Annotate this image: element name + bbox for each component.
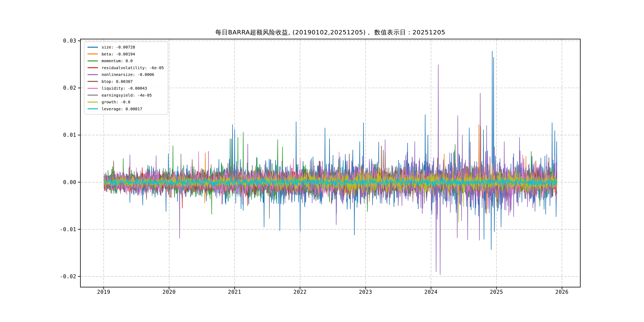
x-tick-label: 2019: [90, 289, 118, 295]
legend-swatch-residualvolatility: [88, 67, 98, 68]
legend-row-beta: beta: -0.00194: [88, 51, 164, 58]
figure: 每日BARRA超额风险收益, (20190102,20251205)， 数值表示…: [0, 0, 644, 322]
legend-row-btop: btop: 0.00307: [88, 78, 164, 85]
y-tick-label: 0.01: [52, 132, 76, 138]
y-tick-mark: [78, 229, 80, 230]
plot-area: size: -0.00728beta: -0.00194momentum: 0.…: [80, 39, 580, 288]
legend-label-growth: growth: -0.0: [102, 100, 130, 104]
y-tick-label: -0.02: [52, 274, 76, 280]
legend-row-residualvolatility: residualvolatility: -6e-05: [88, 64, 164, 71]
legend-swatch-earningsyield: [88, 94, 98, 96]
legend-row-momentum: momentum: 0.0: [88, 58, 164, 64]
x-tick-label: 2025: [482, 289, 510, 295]
legend-label-residualvolatility: residualvolatility: -6e-05: [102, 66, 164, 70]
y-tick-mark: [78, 135, 80, 135]
legend-swatch-btop: [88, 81, 98, 82]
legend-label-size: size: -0.00728: [102, 45, 135, 50]
legend: size: -0.00728beta: -0.00194momentum: 0.…: [84, 42, 168, 114]
x-tick-label: 2021: [221, 289, 248, 295]
x-tick-label: 2020: [155, 289, 183, 295]
y-tick-label: -0.01: [52, 226, 76, 232]
x-tick-label: 2023: [352, 289, 380, 295]
y-tick-mark: [78, 40, 80, 41]
series-line-size: [104, 51, 557, 250]
legend-swatch-growth: [88, 102, 98, 102]
legend-label-earningsyield: earningsyield: -4e-05: [102, 93, 152, 98]
y-tick-mark: [78, 88, 80, 88]
legend-label-liquidity: liquidity: -0.00043: [102, 86, 147, 91]
y-tick-label: 0.00: [52, 179, 76, 185]
legend-swatch-size: [88, 47, 98, 48]
x-tick-label: 2026: [548, 289, 576, 295]
legend-label-momentum: momentum: 0.0: [102, 58, 133, 63]
legend-row-earningsyield: earningsyield: -4e-05: [88, 92, 164, 99]
chart-title: 每日BARRA超额风险收益, (20190102,20251205)， 数值表示…: [80, 28, 580, 36]
legend-swatch-momentum: [88, 60, 98, 62]
x-tick-label: 2024: [417, 289, 445, 295]
y-tick-mark: [78, 182, 80, 182]
legend-row-growth: growth: -0.0: [88, 98, 164, 106]
legend-label-leverage: leverage: 0.00017: [102, 106, 142, 111]
legend-swatch-beta: [88, 54, 98, 54]
legend-label-btop: btop: 0.00307: [102, 79, 133, 84]
legend-label-beta: beta: -0.00194: [102, 52, 135, 56]
legend-row-liquidity: liquidity: -0.00043: [88, 85, 164, 92]
legend-row-nonlinearsize: nonlinearsize: -0.0006: [88, 71, 164, 78]
legend-swatch-liquidity: [88, 88, 98, 89]
x-tick-label: 2022: [286, 289, 314, 295]
y-tick-mark: [78, 276, 80, 277]
legend-label-nonlinearsize: nonlinearsize: -0.0006: [102, 72, 154, 77]
y-tick-label: 0.03: [52, 38, 76, 44]
legend-swatch-leverage: [88, 108, 98, 109]
legend-swatch-nonlinearsize: [88, 74, 98, 75]
legend-row-leverage: leverage: 0.00017: [88, 106, 164, 112]
y-tick-label: 0.02: [52, 85, 76, 91]
legend-row-size: size: -0.00728: [88, 44, 164, 51]
